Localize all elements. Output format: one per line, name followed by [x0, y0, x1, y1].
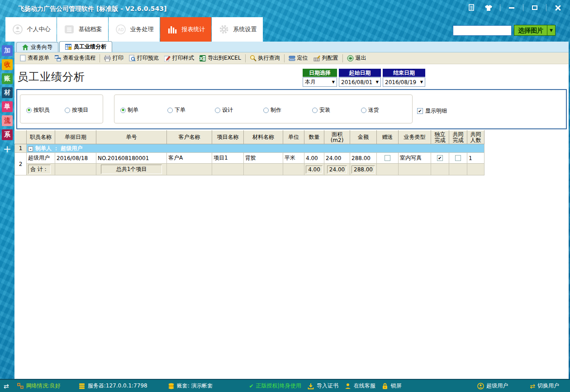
- date-range-select[interactable]: 本月 ▼: [303, 77, 337, 87]
- nav-personal-center[interactable]: 个人中心: [5, 17, 57, 42]
- maximize-button[interactable]: [529, 3, 541, 13]
- minimize-button[interactable]: [506, 3, 518, 13]
- radio-install[interactable]: 安装: [312, 106, 330, 114]
- cell-joint[interactable]: [449, 153, 467, 164]
- sidebar-item-flow[interactable]: 流: [2, 115, 13, 126]
- cell-gift[interactable]: [377, 153, 399, 164]
- col-header[interactable]: 单位: [283, 131, 304, 144]
- view-business-flow-button[interactable]: 查看业务流程: [52, 53, 98, 63]
- cell-employee[interactable]: 超级用户: [27, 153, 55, 164]
- nav-system-settings[interactable]: 系统设置: [212, 17, 263, 42]
- current-user[interactable]: 超级用户: [477, 382, 508, 390]
- notes-icon[interactable]: [466, 3, 477, 13]
- col-header[interactable]: 单号: [96, 131, 167, 144]
- col-header[interactable]: 客户名称: [167, 131, 212, 144]
- cell-customer[interactable]: 客户A: [167, 153, 212, 164]
- col-header[interactable]: 职员名称: [27, 131, 55, 144]
- cell-amount[interactable]: 288.00: [350, 153, 377, 164]
- cell-area[interactable]: 24.00: [324, 153, 350, 164]
- joint-checkbox[interactable]: [455, 155, 461, 161]
- sidebar-item-add[interactable]: 加: [2, 45, 13, 56]
- cell-business-type[interactable]: 室内写真: [399, 153, 431, 164]
- radio-design[interactable]: 设计: [215, 106, 233, 114]
- gift-checkbox[interactable]: [385, 155, 390, 161]
- col-header[interactable]: 赠送: [377, 131, 399, 144]
- show-detail-checkbox[interactable]: ✔ 显示明细: [417, 107, 447, 115]
- independent-checkbox[interactable]: ✔: [437, 155, 443, 161]
- exit-button[interactable]: 退出: [344, 53, 369, 63]
- cell-unit[interactable]: 平米: [283, 153, 304, 164]
- cell-project[interactable]: 项目1: [212, 153, 244, 164]
- radio-by-employee[interactable]: ● 按职员: [26, 106, 50, 114]
- group-header-cell[interactable]: -制单人 ： 超级用户: [27, 144, 484, 153]
- sidebar-item-system[interactable]: 系: [2, 129, 13, 140]
- sidebar-item-account[interactable]: 账: [2, 73, 13, 84]
- radio-deliver[interactable]: 送货: [361, 106, 379, 114]
- column-config-button[interactable]: 列配置: [311, 53, 341, 63]
- sidebar-item-material[interactable]: 材: [2, 87, 13, 98]
- start-date-select[interactable]: 2016/08/01 ▼: [339, 77, 381, 87]
- nav-base-archives[interactable]: 基础档案: [57, 17, 108, 42]
- close-button[interactable]: [552, 3, 564, 13]
- export-excel-button[interactable]: X 导出到EXCEL: [197, 53, 244, 63]
- col-header[interactable]: 共同人数: [467, 131, 484, 144]
- sidebar-item-plus[interactable]: +: [2, 143, 13, 154]
- nav-label: 个人中心: [27, 25, 51, 33]
- radio-make-order[interactable]: ● 制单: [120, 106, 138, 114]
- cell-joint-count[interactable]: 1: [467, 153, 484, 164]
- col-header[interactable]: 单据日期: [55, 131, 96, 144]
- sidebar-item-order[interactable]: 单: [2, 101, 13, 112]
- group-row[interactable]: 1 -制单人 ： 超级用户: [15, 144, 484, 153]
- radio-produce[interactable]: 制作: [263, 106, 281, 114]
- radio-by-project[interactable]: 按项目: [65, 106, 88, 114]
- col-header[interactable]: 数量: [304, 131, 324, 144]
- print-style-button[interactable]: 打印样式: [162, 53, 197, 63]
- tab-business-wizard[interactable]: 业务向导: [16, 42, 58, 52]
- view-original-order-button[interactable]: 查看原单: [17, 53, 52, 63]
- col-header[interactable]: 共同完成: [449, 131, 467, 144]
- col-header[interactable]: 项目名称: [212, 131, 244, 144]
- print-button[interactable]: 打印: [101, 53, 126, 63]
- cell-order-no[interactable]: NO.201608180001: [96, 153, 167, 164]
- radio-label: 按项目: [72, 106, 88, 114]
- tab-label: 业务向导: [31, 43, 52, 51]
- cell-material[interactable]: 背胶: [244, 153, 283, 164]
- col-header[interactable]: 独立完成: [431, 131, 449, 144]
- chevron-down-icon: ▼: [332, 80, 335, 84]
- cell-quantity[interactable]: 4.00: [304, 153, 324, 164]
- table-row[interactable]: 2 超级用户 2016/08/18 NO.201608180001 客户A 项目…: [15, 153, 484, 164]
- col-header[interactable]: 金额: [350, 131, 377, 144]
- col-header[interactable]: 面积(m2): [324, 131, 350, 144]
- total-amount: 288.00: [352, 165, 375, 174]
- run-query-button[interactable]: 执行查询: [247, 53, 283, 63]
- print-preview-button[interactable]: 打印预览: [126, 53, 162, 63]
- nav-label: 业务处理: [130, 25, 154, 33]
- col-header[interactable]: 业务类型: [399, 131, 431, 144]
- cell-date[interactable]: 2016/08/18: [55, 153, 96, 164]
- nav-report-statistics[interactable]: 报表统计: [160, 17, 211, 42]
- person-icon: [12, 24, 24, 35]
- cell-independent[interactable]: ✔: [431, 153, 449, 164]
- radio-place-order[interactable]: 下单: [167, 106, 185, 114]
- online-service[interactable]: 在线客服: [345, 382, 375, 390]
- switch-user[interactable]: ⇄ 切换用户: [530, 382, 559, 390]
- collapse-icon[interactable]: -: [28, 146, 33, 151]
- locate-button[interactable]: 定位: [286, 53, 311, 63]
- chevron-down-icon[interactable]: ▼: [547, 25, 555, 35]
- tab-employee-performance[interactable]: 员工业绩分析: [59, 41, 112, 52]
- lock-screen[interactable]: 锁屏: [382, 382, 402, 390]
- nav-business-process[interactable]: AD 业务处理: [109, 17, 160, 42]
- skin-icon[interactable]: [483, 3, 494, 13]
- resize-handle-icon[interactable]: ⇄: [4, 383, 9, 390]
- choose-image-button[interactable]: 选择图片 ▼: [514, 25, 556, 36]
- import-cert[interactable]: 导入证书: [308, 382, 338, 390]
- sidebar-item-receive[interactable]: 收: [2, 59, 13, 70]
- col-header[interactable]: [15, 131, 27, 144]
- total-area: 24.00: [327, 165, 347, 174]
- ad-circle-icon: AD: [115, 24, 127, 35]
- image-path-input[interactable]: [453, 25, 512, 36]
- network-icon: [17, 383, 24, 389]
- end-date-select[interactable]: 2016/08/19 ▼: [383, 77, 425, 87]
- empty-cell: [449, 164, 467, 175]
- col-header[interactable]: 材料名称: [244, 131, 283, 144]
